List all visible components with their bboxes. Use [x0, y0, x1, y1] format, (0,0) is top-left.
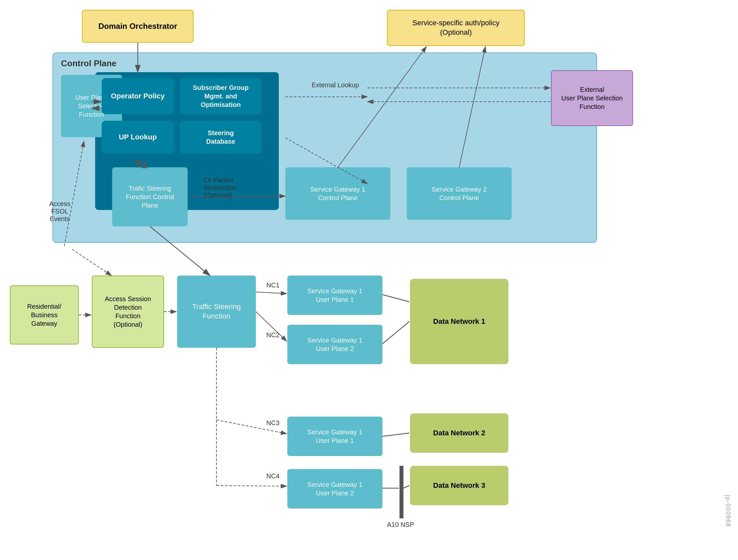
traffic-steering-label: Traffic Steering Function — [192, 302, 241, 321]
external-up-selection-label: External User Plane Selection Function — [562, 85, 623, 111]
residential-gateway-box: Residential/ Business Gateway — [10, 285, 79, 344]
service-auth-box: Service-specific auth/policy (Optional) — [387, 10, 525, 46]
svg-line-30 — [403, 486, 409, 488]
domain-orchestrator-box: Domain Orchestrator — [82, 10, 194, 43]
a10-nsp-label: A10 NSP — [387, 521, 414, 529]
data-network3-box: Data Network 3 — [410, 466, 508, 505]
sg1-up2-top-label: Service Gateway 1 User Plane 2 — [307, 336, 362, 353]
trafic-steering-cp-box: Trafic Steering Function Control Plane — [112, 167, 188, 226]
sg1-up2-bottom-label: Service Gateway 1 User Plane 2 — [307, 480, 362, 497]
sg1-up1-top-box: Service Gateway 1 User Plane 1 — [287, 276, 382, 315]
nc3-label: NC3 — [266, 419, 280, 427]
diagram: Control Plane Domain Orchestrator Servic… — [0, 0, 738, 560]
control-plane-label: Control Plane — [61, 58, 116, 68]
data-network2-label: Data Network 2 — [433, 429, 485, 438]
access-fsol-label: Access FSOL Events — [49, 200, 70, 223]
data-network3-label: Data Network 3 — [433, 481, 485, 491]
sg1-up1-top-label: Service Gateway 1 User Plane 1 — [307, 287, 362, 304]
residential-gateway-label: Residential/ Business Gateway — [27, 302, 62, 328]
access-session-label: Access Session Detection Function (Optio… — [105, 295, 151, 329]
steering-database-box: Steering Database — [180, 121, 262, 154]
data-network2-box: Data Network 2 — [410, 413, 508, 453]
nc2-label: NC2 — [266, 331, 280, 339]
svg-line-22 — [382, 295, 409, 302]
data-network1-label: Data Network 1 — [433, 317, 485, 326]
service-auth-label: Service-specific auth/policy (Optional) — [412, 18, 499, 37]
operator-policy-box: Operator Policy — [102, 78, 174, 114]
traffic-steering-box: Traffic Steering Function — [177, 276, 256, 348]
cti-label: Cti Packet Redirection (Optional) — [204, 177, 237, 199]
watermark: jp-000968 — [725, 495, 731, 527]
domain-orchestrator-label: Domain Orchestrator — [98, 21, 177, 31]
sg2-control-plane-box: Service Gateway 2 Control Plane — [407, 167, 512, 220]
nc1-label: NC1 — [266, 281, 280, 289]
subscriber-group-label: Subscriber Group Mgmt. and Optimisation — [193, 83, 249, 109]
sg1-up1-bottom-label: Service Gateway 1 User Plane 1 — [307, 428, 362, 445]
subscriber-group-box: Subscriber Group Mgmt. and Optimisation — [180, 78, 262, 114]
sg2-control-plane-label: Service Gateway 2 Control Plane — [432, 185, 487, 202]
access-session-box: Access Session Detection Function (Optio… — [92, 276, 164, 348]
data-network1-box: Data Network 1 — [410, 279, 508, 364]
operator-policy-label: Operator Policy — [111, 91, 165, 101]
svg-line-28 — [382, 433, 409, 436]
sg1-control-plane-label: Service Gateway 1 Control Plane — [310, 185, 365, 202]
up-lookup-box: UP Lookup — [102, 121, 174, 154]
sg1-up2-bottom-box: Service Gateway 1 User Plane 2 — [287, 469, 382, 509]
svg-line-27 — [217, 486, 287, 486]
sg1-up2-top-box: Service Gateway 1 User Plane 2 — [287, 325, 382, 364]
steering-database-label: Steering Database — [206, 128, 236, 146]
svg-line-23 — [382, 321, 409, 344]
sg1-control-plane-box: Service Gateway 1 Control Plane — [285, 167, 390, 220]
nc4-label: NC4 — [266, 473, 280, 480]
external-up-selection-box: External User Plane Selection Function — [551, 70, 633, 126]
trafic-steering-cp-label: Trafic Steering Function Control Plane — [126, 184, 174, 210]
a10-nsp-bar — [399, 466, 403, 518]
up-lookup-label: UP Lookup — [119, 132, 157, 142]
external-lookup-label: External Lookup — [312, 81, 359, 89]
svg-line-20 — [256, 292, 287, 294]
svg-line-17 — [72, 249, 111, 276]
sg1-up1-bottom-box: Service Gateway 1 User Plane 1 — [287, 416, 382, 456]
